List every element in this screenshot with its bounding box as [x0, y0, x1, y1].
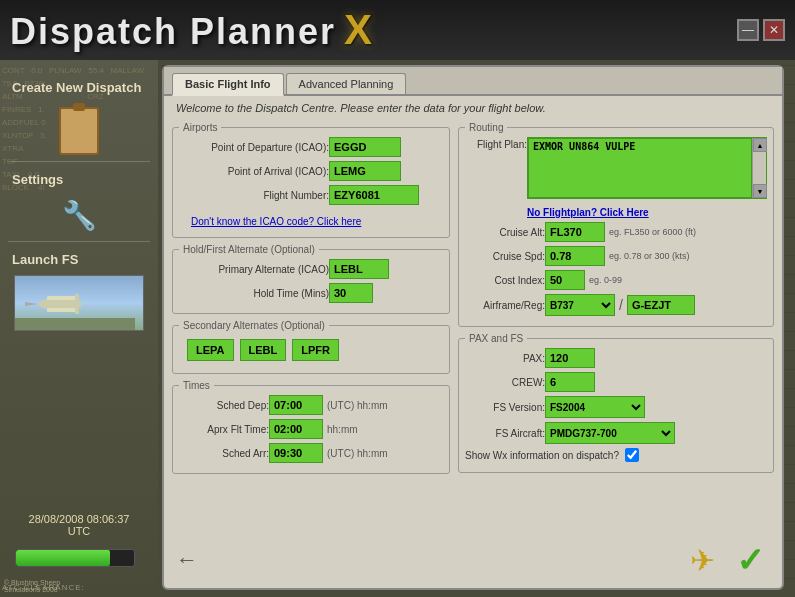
bottom-bar: ← ✈ ✓: [164, 540, 782, 580]
pax-input[interactable]: [545, 348, 595, 368]
scroll-down[interactable]: ▼: [753, 184, 767, 198]
welcome-message: Welcome to the Dispatch Centre. Please e…: [164, 96, 782, 118]
cruise-spd-input[interactable]: [545, 246, 605, 266]
cost-index-input[interactable]: [545, 270, 585, 290]
alt-lepa[interactable]: LEPA: [187, 339, 234, 361]
reg-input[interactable]: [627, 295, 695, 315]
aprx-flt-note: hh:mm: [327, 424, 358, 435]
utc-label: UTC: [4, 525, 154, 537]
sidebar-item-settings[interactable]: Settings: [8, 166, 150, 193]
date-text: 28/08/2008 08:06:37: [4, 513, 154, 525]
fs-version-select[interactable]: FS2004 FSX: [545, 396, 645, 418]
times-legend: Times: [179, 380, 214, 391]
wrench-icon-area: 🔧: [8, 199, 150, 235]
cruise-spd-row: Cruise Spd: eg. 0.78 or 300 (kts): [465, 246, 767, 266]
arrival-row: Point of Arrival (ICAO):: [179, 161, 443, 181]
cost-index-label: Cost Index:: [465, 275, 545, 286]
cruise-alt-label: Cruise Alt:: [465, 227, 545, 238]
flight-number-input[interactable]: [329, 185, 419, 205]
times-section: Times Sched Dep: (UTC) hh:mm Aprx Flt Ti…: [172, 380, 450, 474]
hold-time-row: Hold Time (Mins): [179, 283, 443, 303]
hold-time-label: Hold Time (Mins): [179, 288, 329, 299]
airports-section: Airports Point of Departure (ICAO): Poin…: [172, 122, 450, 238]
cruise-spd-label: Cruise Spd:: [465, 251, 545, 262]
fs-version-row: FS Version: FS2004 FSX: [465, 396, 767, 418]
clipboard-icon: [59, 107, 99, 155]
wx-row: Show Wx information on dispatch?: [465, 448, 767, 462]
airframe-row: Airframe/Reg: B737 B738 A320 /: [465, 294, 767, 316]
departure-label: Point of Departure (ICAO):: [179, 142, 329, 153]
main-panel: Basic Flight Info Advanced Planning Welc…: [162, 65, 784, 590]
primary-alternate-row: Primary Alternate (ICAO): [179, 259, 443, 279]
tab-advanced-planning[interactable]: Advanced Planning: [286, 73, 407, 94]
sched-dep-note: (UTC) hh:mm: [327, 400, 388, 411]
scroll-track: [753, 152, 766, 184]
icao-link[interactable]: Don't know the ICAO code? Click here: [185, 214, 367, 229]
gear-icon: ✈: [690, 543, 715, 578]
aprx-flt-input[interactable]: [269, 419, 323, 439]
crew-label: CREW:: [465, 377, 545, 388]
divider-1: [8, 161, 150, 162]
window-controls: — ✕: [737, 19, 785, 41]
svg-rect-3: [47, 296, 77, 300]
settings-action-button[interactable]: ✈: [682, 540, 722, 580]
svg-rect-5: [75, 294, 79, 304]
departure-input[interactable]: [329, 137, 401, 157]
routing-legend: Routing: [465, 122, 507, 133]
progress-bar: [15, 549, 135, 567]
wx-checkbox[interactable]: [625, 448, 639, 462]
airframe-label: Airframe/Reg:: [465, 300, 545, 311]
scroll-up[interactable]: ▲: [753, 138, 767, 152]
hold-time-input[interactable]: [329, 283, 373, 303]
divider-2: [8, 241, 150, 242]
icao-link-row: Don't know the ICAO code? Click here: [179, 209, 443, 231]
flight-plan-input[interactable]: EXMOR UN864 VULPE: [528, 138, 752, 198]
cruise-alt-row: Cruise Alt: eg. FL350 or 6000 (ft): [465, 222, 767, 242]
form-area: Airports Point of Departure (ICAO): Poin…: [164, 118, 782, 484]
aprx-flt-label: Aprx Flt Time:: [179, 424, 269, 435]
svg-rect-0: [15, 318, 135, 331]
left-column: Airports Point of Departure (ICAO): Poin…: [172, 122, 450, 480]
airports-legend: Airports: [179, 122, 221, 133]
biplane-svg: [15, 276, 135, 331]
no-flightplan-row: No Flightplan? Click Here: [465, 203, 767, 222]
primary-alternate-label: Primary Alternate (ICAO): [179, 264, 329, 275]
arrival-input[interactable]: [329, 161, 401, 181]
secondary-alt-buttons: LEPA LEBL LPFR: [179, 335, 443, 367]
pax-fs-legend: PAX and FS: [465, 333, 527, 344]
fs-aircraft-select[interactable]: PMDG737-700 PMDG737-800: [545, 422, 675, 444]
pax-label: PAX:: [465, 353, 545, 364]
confirm-button[interactable]: ✓: [730, 540, 770, 580]
progress-bar-fill: [16, 550, 110, 566]
alt-lebl[interactable]: LEBL: [240, 339, 287, 361]
tab-basic-flight-info[interactable]: Basic Flight Info: [172, 73, 284, 96]
check-icon: ✓: [736, 540, 764, 580]
cruise-alt-input[interactable]: [545, 222, 605, 242]
sched-dep-input[interactable]: [269, 395, 323, 415]
slash-separator: /: [619, 297, 623, 313]
departure-row: Point of Departure (ICAO):: [179, 137, 443, 157]
title-bar: Dispatch Planner X — ✕: [0, 0, 795, 60]
flight-number-label: Flight Number:: [179, 190, 329, 201]
back-arrow[interactable]: ←: [176, 547, 198, 573]
svg-rect-4: [47, 308, 77, 312]
sched-arr-input[interactable]: [269, 443, 323, 463]
alt-lpfr[interactable]: LPFR: [292, 339, 339, 361]
svg-rect-6: [75, 306, 79, 314]
flight-plan-label: Flight Plan:: [465, 137, 527, 150]
app-title: Dispatch Planner: [10, 11, 336, 53]
plane-image: [14, 275, 144, 331]
crew-input[interactable]: [545, 372, 595, 392]
sidebar-item-launch-fs[interactable]: Launch FS: [8, 246, 150, 273]
primary-alternate-input[interactable]: [329, 259, 389, 279]
no-flightplan-link[interactable]: No Flightplan? Click Here: [527, 205, 767, 220]
hold-alternate-section: Hold/First Alternate (Optional) Primary …: [172, 244, 450, 314]
airframe-select[interactable]: B737 B738 A320: [545, 294, 615, 316]
sidebar-item-create-dispatch[interactable]: Create New Dispatch: [8, 74, 150, 101]
fs-aircraft-row: FS Aircraft: PMDG737-700 PMDG737-800: [465, 422, 767, 444]
routing-scrollbar: ▲ ▼: [752, 138, 766, 198]
minimize-button[interactable]: —: [737, 19, 759, 41]
tabs-bar: Basic Flight Info Advanced Planning: [164, 67, 782, 96]
close-button[interactable]: ✕: [763, 19, 785, 41]
cruise-spd-note: eg. 0.78 or 300 (kts): [609, 251, 690, 261]
